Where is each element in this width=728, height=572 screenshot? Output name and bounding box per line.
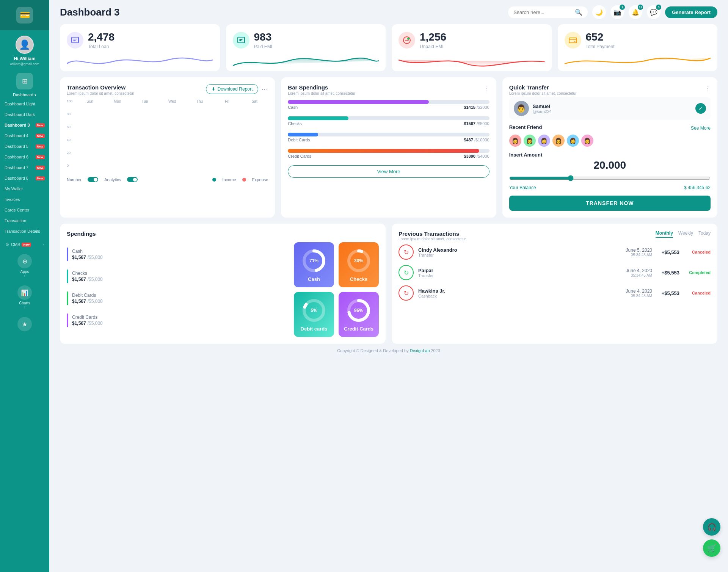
spending-bar-bg [288,116,489,120]
stat-value: 983 [254,31,273,43]
friend-avatar-3[interactable]: 👩 [538,135,550,147]
insert-amount-section: Insert Amount 20.000 Your Balance $ 456,… [509,152,711,211]
sidebar-item-dashboard-6[interactable]: Dashboard 6New [0,152,49,162]
sidebar-item-cards[interactable]: Cards Center [0,205,49,215]
search-input[interactable] [513,9,572,15]
chat-btn[interactable]: 💬 5 [647,5,661,19]
spending-values: $1567 /$5000 [464,121,489,127]
friend-avatar-5[interactable]: 👩 [567,135,579,147]
tab-monthly[interactable]: Monthly [656,230,673,238]
trans-info: Hawkins Jr. Cashback [418,288,621,298]
bar-chart-area: 100 80 60 40 20 0 Sun Mon Tue [67,99,268,182]
stat-card-paid-emi: 983 Paid EMI [226,24,386,71]
sidebar-item-dashboard-4[interactable]: Dashboard 4New [0,130,49,141]
more-options-icon[interactable]: ⋮ [704,84,711,92]
transfer-now-button[interactable]: TRANSFER NOW [509,196,711,211]
sidebar-item-transaction-details[interactable]: Transaction Details [0,226,49,237]
trans-status: Canceled [684,250,711,254]
sidebar-item-cms[interactable]: ⚙ CMS New › [0,239,49,250]
tab-today[interactable]: Today [698,230,711,238]
sidebar-item-transaction[interactable]: Transaction [0,215,49,226]
donut-svg-debit: 5% [301,297,327,324]
stat-info: 1,256 Unpaid EMI [420,31,446,49]
bars-and-labels: Sun Mon Tue Wed Thu Fri Sat [76,99,268,173]
donut-svg-cash: 71% [301,248,327,274]
qt-user-card: 👨 Samuel @sam224 ✓ [509,97,711,120]
friend-avatar-6[interactable]: 👩 [581,135,593,147]
sidebar-item-invoices[interactable]: Invoices [0,194,49,205]
stat-value: 2,478 [88,31,115,43]
header-right: 🔍 🌙 📷 2 🔔 12 💬 5 Generate Report [508,5,717,19]
spendings-row-checks: Checks $1,567 /$5,000 [67,270,289,283]
sidebar-item-charts[interactable]: 📊 Charts › [0,282,49,313]
spending-values: $487 /$10000 [464,138,489,144]
friend-avatar-1[interactable]: 👩 [509,135,521,147]
sidebar-item-dashboard-light[interactable]: Dashboard Light [0,99,49,109]
theme-toggle-btn[interactable]: 🌙 [592,5,606,19]
support-float-btn[interactable]: 🎧 [703,518,720,536]
bell-badge: 12 [638,5,643,10]
stat-label: Paid EMI [254,44,273,49]
trans-name: Hawkins Jr. [418,288,621,294]
tab-weekly[interactable]: Weekly [678,230,693,238]
notification-btn[interactable]: 🔔 12 [629,5,642,19]
trans-amount: +$5,553 [657,249,679,255]
content: 2,478 Total Loan 983 [49,24,728,572]
dashboard-grid-icon[interactable]: ⊞ [16,73,33,89]
cart-float-btn[interactable]: 🛒 [703,539,720,557]
donut-label-checks: Checks [350,276,367,282]
badge-new: New [36,123,45,127]
sidebar-item-dashboard-7[interactable]: Dashboard 7New [0,162,49,173]
trans-name: Cindy Alexandro [418,247,621,253]
spendings-content: Cash $1,567 /$5,000 Checks [67,242,379,337]
sidebar-item-dashboard-8[interactable]: Dashboard 8New [0,173,49,183]
spending-item-cash: Cash $1415 /$2000 [288,100,489,111]
friend-avatar-4[interactable]: 👩 [552,135,565,147]
stat-icon-paid [233,32,249,49]
qt-user-handle: @sam224 [533,109,552,114]
spendings-panel: Spendings Cash $1,567 /$5,000 [60,224,386,344]
footer-brand-link[interactable]: DexignLab [410,348,430,353]
table-row: ↻ Paipal Transfer June 4, 2020 05:34:45 … [399,265,711,280]
see-more-link[interactable]: See More [691,125,711,131]
panel-title-group: Transaction Overview Lorem ipsum dolor s… [67,84,134,96]
sidebar-item-favorites[interactable]: ★ [0,313,49,336]
spendings-info: Cash $1,567 /$5,000 [72,249,289,260]
trans-date: June 4, 2020 05:34:45 AM [626,288,652,298]
middle-row: Transaction Overview Lorem ipsum dolor s… [60,77,717,218]
stat-label: Total Payment [586,44,615,49]
legend-number-toggle [88,177,98,182]
floating-buttons: 🎧 🛒 [703,518,720,557]
sidebar-item-dashboard-3[interactable]: Dashboard 3New [0,120,49,130]
cart-icon: 🛒 [707,544,717,553]
spendings-title: Spendings [67,230,379,237]
view-more-button[interactable]: View More [288,165,489,178]
prev-trans-header: Previous Transactions Lorem ipsum dolor … [399,230,711,243]
camera-btn[interactable]: 📷 2 [610,5,624,19]
spendings-amount-row: $1,567 /$5,000 [72,321,289,326]
download-report-button[interactable]: ⬇ Download Report [206,84,259,94]
more-options-icon[interactable]: ⋯ [261,85,268,93]
search-bar[interactable]: 🔍 [508,6,588,18]
sidebar-item-wallet[interactable]: My Wallet [0,183,49,194]
trans-icon-canceled: ↻ [399,244,414,260]
spending-amount: Cash $1415 /$2000 [288,105,489,111]
sidebar-item-apps[interactable]: ⊕ Apps › [0,250,49,282]
generate-report-button[interactable]: Generate Report [665,6,717,18]
legend-number-label: Number [67,177,82,182]
stat-card-top: 2,478 Total Loan [67,31,213,49]
prev-trans-subtitle: Lorem ipsum dolor sit amet, consectetur [399,237,466,241]
sidebar-email: william@gmail.com [10,62,39,66]
camera-badge: 2 [620,5,625,10]
sparkline-payment [565,52,711,71]
stat-value: 652 [586,31,615,43]
spending-values: $1415 /$2000 [464,105,489,111]
bottom-row: Spendings Cash $1,567 /$5,000 [60,224,717,344]
friend-avatar-2[interactable]: 👩 [524,135,536,147]
chart-legend: Number Analytics [67,177,268,182]
sidebar-item-dashboard-5[interactable]: Dashboard 5New [0,141,49,152]
amount-slider[interactable] [509,175,711,181]
trans-date: June 4, 2020 05:34:45 AM [626,268,652,277]
sidebar-item-dashboard-dark[interactable]: Dashboard Dark [0,109,49,120]
more-options-icon[interactable]: ⋮ [483,84,490,92]
